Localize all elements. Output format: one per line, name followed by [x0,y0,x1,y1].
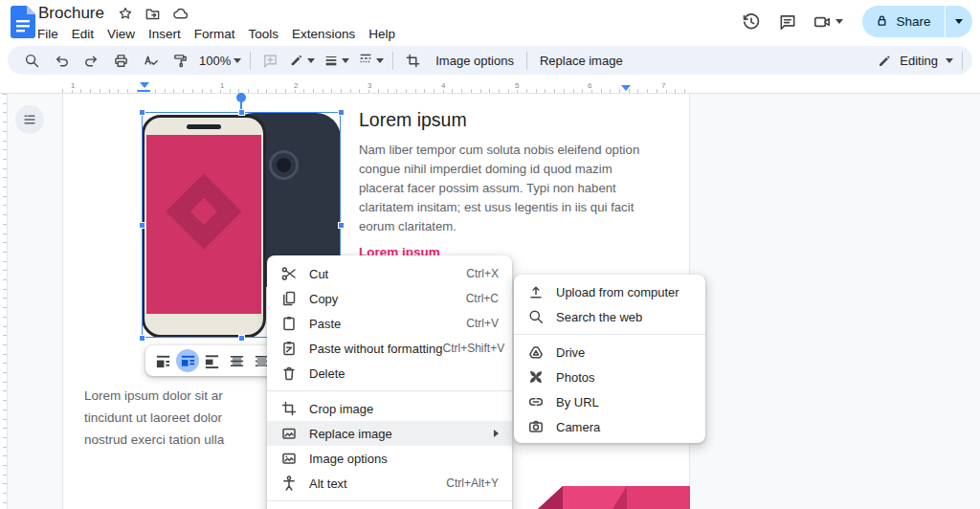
context-menu-item-label: Paste without formatting [309,342,442,356]
doc-paragraph-line: eorum claritatem. [359,217,639,236]
version-history-icon[interactable] [740,11,763,33]
add-comment-icon[interactable] [259,50,280,71]
selection-handle-n[interactable] [238,109,245,116]
selection-handle-nw[interactable] [139,109,145,116]
context-menu-item-label: Crop image [309,402,373,416]
border-dash-caret-icon [376,58,384,63]
menu-divider [514,334,705,335]
share-button[interactable]: Share [862,6,944,37]
drive-icon [527,343,545,361]
context-menu-item-cut[interactable]: Cut Ctrl+X [267,261,512,286]
menubar: File Edit View Insert Format Tools Exten… [31,25,402,43]
context-menu-item-paste-without-formatting[interactable]: Paste without formatting Ctrl+Shift+V [267,336,512,361]
border-weight-icon [323,53,339,68]
menu-view[interactable]: View [100,25,142,43]
selection-handle-sw[interactable] [139,335,145,342]
submenu-item-by-url[interactable]: By URL [514,389,705,414]
submenu-item-camera[interactable]: Camera [514,414,705,439]
image-options-button[interactable]: Image options [432,54,518,68]
crop-icon[interactable] [402,50,423,71]
menu-file[interactable]: File [31,25,65,43]
right-indent-marker[interactable] [621,85,631,91]
undo-icon[interactable] [51,50,72,71]
selection-handle-e[interactable] [338,222,345,229]
ruler-number: 7 [659,81,667,90]
zoom-value: 100% [199,54,231,68]
context-menu-item-image-options[interactable]: Image options [267,446,512,471]
zoom-select[interactable]: 100% [199,54,241,68]
selection-handle-s[interactable] [238,335,245,342]
ruler-number: 5 [513,81,521,90]
spellcheck-icon[interactable] [140,50,161,71]
wrap-text-button[interactable] [176,349,199,372]
vertical-ruler[interactable] [0,94,8,509]
selection-handle-w[interactable] [139,222,145,229]
search-icon[interactable] [21,50,42,71]
context-menu-item-paste[interactable]: Paste Ctrl+V [267,311,512,336]
submenu-item-photos[interactable]: Photos [514,365,705,389]
border-color-control[interactable] [289,53,315,68]
submenu-item-search-the-web[interactable]: Search the web [514,304,705,329]
menu-tools[interactable]: Tools [242,25,286,43]
show-outline-button[interactable] [15,105,44,134]
left-indent-marker[interactable] [140,82,149,88]
wrap-inline-button[interactable] [152,349,175,372]
submenu-item-upload-from-computer[interactable]: Upload from computer [514,279,705,304]
ruler-number: 4 [439,81,447,90]
star-icon[interactable] [118,6,133,21]
link-icon [527,393,545,410]
comments-icon[interactable] [776,11,799,33]
text-wrap-toolbar [145,345,279,376]
clipboard-remove-format-icon [280,340,298,357]
camera-icon [527,418,545,435]
context-menu-item-crop-image[interactable]: Crop image [267,396,512,421]
print-icon[interactable] [110,50,131,71]
behind-text-button[interactable] [226,349,249,372]
ruler-number: 1 [218,81,226,90]
context-menu-item-label: Replace image [309,427,392,441]
replace-image-button[interactable]: Replace image [536,54,627,68]
selection-handle-ne[interactable] [338,109,345,116]
share-dropdown-button[interactable] [946,6,972,37]
scissors-icon [280,265,298,282]
context-menu-item-label: Cut [309,267,328,281]
context-menu-item-replace-image[interactable]: Replace image [267,421,512,446]
context-menu-item-copy[interactable]: Copy Ctrl+C [267,286,512,311]
redo-icon[interactable] [80,50,101,71]
phone-front-illustration [142,115,266,338]
editing-pencil-icon [878,54,892,68]
paint-format-icon[interactable] [169,50,190,71]
doc-paragraph-line: congue nihil imperdiet doming id quod ma… [359,160,639,179]
border-weight-control[interactable] [323,53,349,68]
doc-paragraph-line: placerat facer possim assum. Typi non ha… [359,179,639,198]
menu-edit[interactable]: Edit [65,25,100,43]
submenu-item-drive[interactable]: Drive [514,340,705,365]
context-menu-item-label: Paste [309,317,341,331]
toolbar: 100% Image options Replace image Editing [8,46,972,75]
editing-mode-button[interactable]: Editing [878,54,953,68]
rotate-handle[interactable] [236,93,246,102]
menu-help[interactable]: Help [362,25,402,43]
ruler-ticks [62,89,692,93]
submenu-arrow-icon [494,430,499,437]
break-text-button[interactable] [201,349,224,372]
doc-paragraph: Nam liber tempor cum soluta nobis eleife… [359,141,639,236]
ruler-number: 2 [292,81,300,90]
border-dash-control[interactable] [358,51,384,70]
meet-call-button[interactable] [813,12,843,32]
context-menu-item-delete[interactable]: Delete [267,361,512,386]
context-menu-item-alt-text[interactable]: Alt text Ctrl+Alt+Y [267,471,512,496]
menu-divider [267,390,512,391]
document-title[interactable]: Brochure [36,4,106,23]
left-indent-bar[interactable] [138,90,150,93]
menu-extensions[interactable]: Extensions [285,25,362,43]
doc-heading: Lorem ipsum [359,109,467,131]
accessibility-icon [280,475,298,492]
toolbar-separator [392,52,393,70]
image-icon [280,425,298,442]
context-menu-item-label: Alt text [309,476,347,491]
move-folder-icon[interactable] [145,6,161,22]
cloud-status-icon[interactable] [172,6,189,22]
menu-format[interactable]: Format [188,25,242,43]
menu-insert[interactable]: Insert [142,25,188,43]
